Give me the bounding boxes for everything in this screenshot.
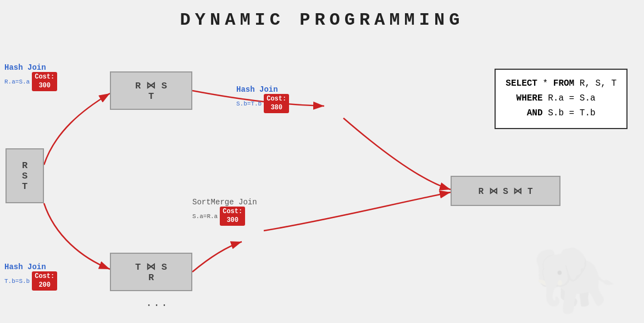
hj-topleft-cost: Cost:300 bbox=[32, 72, 57, 91]
rst-left-line2: S bbox=[22, 171, 27, 181]
label-hj-topleft: Hash Join R.a=S.a Cost:300 bbox=[4, 63, 57, 91]
rst-bottom-line1: T ⋈ S bbox=[135, 261, 167, 272]
box-final: R ⋈ S ⋈ T bbox=[451, 176, 560, 206]
rst-bottom-line2: R bbox=[135, 272, 167, 283]
label-hj-bottomleft: Hash Join T.b=S.b Cost:200 bbox=[4, 263, 57, 291]
dots: ... bbox=[146, 297, 169, 309]
sm-cost: Cost:300 bbox=[220, 207, 245, 226]
sql-line3: AND S.b = T.b bbox=[506, 106, 617, 121]
rst-left-line1: R bbox=[22, 160, 27, 171]
hj-bottomleft-join-type: Hash Join bbox=[4, 263, 46, 271]
hj-mid-join-type: Hash Join bbox=[236, 85, 278, 94]
rst-top-line2: T bbox=[135, 91, 167, 102]
hj-bottomleft-condition: T.b=S.b bbox=[4, 278, 30, 285]
rst-top-line1: R ⋈ S bbox=[135, 80, 167, 91]
hj-topleft-join-type: Hash Join bbox=[4, 63, 46, 72]
rst-left-line3: T bbox=[22, 181, 27, 192]
box-rst-bottom: T ⋈ S R bbox=[110, 253, 192, 291]
sm-join-type: SortMerge Join bbox=[192, 198, 257, 207]
sql-line1: SELECT * FROM R, S, T bbox=[506, 76, 617, 91]
sm-condition: S.a=R.a bbox=[192, 213, 218, 220]
hj-mid-condition: S.b=T.b bbox=[236, 101, 262, 107]
watermark: 🐘 bbox=[528, 233, 623, 323]
final-box-label: R ⋈ S ⋈ T bbox=[478, 186, 532, 197]
box-r-s-t: R S T bbox=[5, 148, 44, 203]
hj-topleft-condition: R.a=S.a bbox=[4, 79, 30, 85]
sql-box: SELECT * FROM R, S, T WHERE R.a = S.a AN… bbox=[495, 69, 628, 129]
page-title: DYNAMIC PROGRAMMING bbox=[0, 0, 644, 30]
box-rst-top: R ⋈ S T bbox=[110, 71, 192, 110]
label-sm-mid: SortMerge Join S.a=R.a Cost:300 bbox=[192, 198, 257, 226]
hj-bottomleft-cost: Cost:200 bbox=[32, 271, 57, 291]
hj-mid-cost: Cost:380 bbox=[264, 94, 289, 113]
sql-line2: WHERE R.a = S.a bbox=[506, 91, 617, 106]
label-hj-mid: Hash Join S.b=T.b Cost:380 bbox=[236, 85, 289, 113]
